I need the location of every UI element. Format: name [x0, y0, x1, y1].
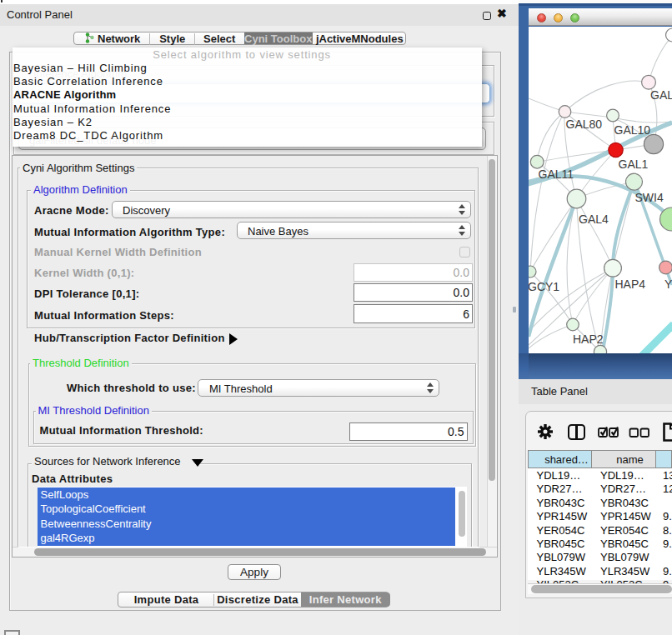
svg-text:GCY1: GCY1: [529, 280, 559, 293]
svg-text:GAL1: GAL1: [619, 158, 649, 171]
svg-text:HAP2: HAP2: [573, 332, 604, 346]
svg-text:HAP4: HAP4: [615, 278, 646, 291]
svg-text:GAL11: GAL11: [539, 168, 574, 181]
svg-text:SWI4: SWI4: [635, 191, 664, 204]
svg-text:YM: YM: [664, 278, 672, 291]
svg-text:GAL80: GAL80: [566, 118, 603, 131]
svg-text:GAL4: GAL4: [579, 212, 609, 226]
svg-text:GAL2: GAL2: [650, 88, 672, 102]
svg-text:GAL10: GAL10: [614, 123, 651, 137]
